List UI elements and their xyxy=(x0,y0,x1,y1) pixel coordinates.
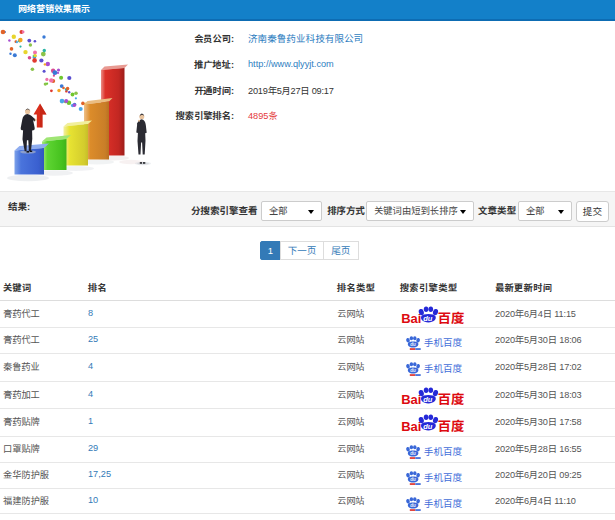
svg-text:du: du xyxy=(410,368,416,373)
svg-text:du: du xyxy=(410,342,416,347)
svg-text:手机百度: 手机百度 xyxy=(424,361,463,375)
svg-text:手机百度: 手机百度 xyxy=(424,335,463,349)
svg-text:Bai: Bai xyxy=(401,311,421,326)
svg-text:du: du xyxy=(423,313,433,322)
svg-text:手机百度: 手机百度 xyxy=(424,470,463,484)
svg-text:手机百度: 手机百度 xyxy=(424,496,463,510)
svg-text:百度: 百度 xyxy=(438,388,465,408)
svg-text:du: du xyxy=(410,503,416,508)
svg-text:du: du xyxy=(410,451,416,456)
svg-text:Bai: Bai xyxy=(401,419,421,434)
svg-text:du: du xyxy=(410,477,416,482)
svg-text:手机百度: 手机百度 xyxy=(424,444,463,458)
svg-text:Bai: Bai xyxy=(401,392,421,407)
svg-text:百度: 百度 xyxy=(438,307,465,327)
svg-text:du: du xyxy=(423,421,433,430)
svg-text:百度: 百度 xyxy=(438,415,465,435)
svg-text:du: du xyxy=(423,394,433,403)
